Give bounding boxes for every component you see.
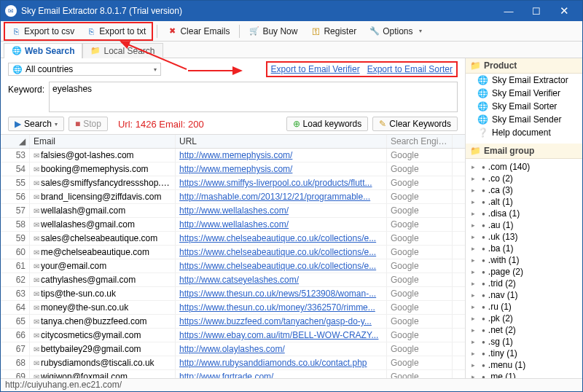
row-url[interactable]: https://www.buzzfeed.com/tanyachen/gasp-… [176, 315, 387, 328]
tree-item[interactable]: ▸●.with (1) [472, 254, 582, 266]
tree-item[interactable]: ▸●.co (2) [472, 173, 582, 184]
expand-icon[interactable]: ▸ [472, 280, 479, 287]
table-row[interactable]: 60 ✉me@chelseabeautique.com https://www.… [1, 246, 465, 259]
row-url[interactable]: http://www.wellalashes.com/ [176, 218, 387, 231]
row-url[interactable]: http://www.rubysanddiamonds.co.uk/contac… [176, 356, 387, 369]
expand-icon[interactable]: ▸ [472, 163, 479, 170]
tree-item[interactable]: ▸●.nav (1) [472, 289, 582, 301]
expand-icon[interactable]: ▸ [472, 245, 479, 252]
col-search-engine[interactable]: Search Engine ▴ [387, 135, 453, 148]
clear-keywords-button[interactable]: ✎ Clear Keywords [372, 117, 458, 131]
clear-emails-button[interactable]: ✖ Clear Emails [161, 23, 235, 39]
col-email[interactable]: Email [30, 135, 176, 148]
tree-item[interactable]: ▸●.com (140) [472, 161, 582, 173]
col-index[interactable]: ◢ [1, 135, 30, 148]
expand-icon[interactable]: ▸ [472, 315, 479, 322]
col-url[interactable]: URL [176, 135, 387, 148]
expand-icon[interactable]: ▸ [472, 326, 479, 334]
row-url[interactable]: http://mashable.com/2013/12/21/programma… [176, 190, 387, 203]
tree-item[interactable]: ▸●.trid (2) [472, 278, 582, 289]
tree-item[interactable]: ▸●.uk (13) [472, 231, 582, 243]
row-url[interactable]: http://www.wellalashes.com/ [176, 204, 387, 217]
expand-icon[interactable]: ▸ [472, 256, 479, 264]
keyword-input[interactable] [49, 82, 458, 112]
tree-item[interactable]: ▸●.sg (1) [472, 336, 582, 348]
export-verifier-link[interactable]: Export to Email Verifier [271, 64, 360, 74]
table-row[interactable]: 63 ✉tips@the-sun.co.uk https://www.thesu… [1, 287, 465, 301]
tab-local-search[interactable]: 📁 Local Search [82, 43, 163, 58]
expand-icon[interactable]: ▸ [472, 303, 479, 310]
product-item[interactable]: 🌐Sky Email Extractor [466, 74, 582, 87]
expand-icon[interactable]: ▸ [472, 210, 479, 217]
table-row[interactable]: 67 ✉bettybailey29@gmail.com http://www.o… [1, 342, 465, 356]
row-url[interactable]: https://www.ebay.com.au/itm/BELL-WOW-CRA… [176, 329, 387, 342]
expand-icon[interactable]: ▸ [472, 233, 479, 240]
minimize-button[interactable]: — [495, 2, 523, 20]
tree-item[interactable]: ▸●.ru (1) [472, 301, 582, 313]
email-group-tree[interactable]: ▸●.com (140)▸●.co (2)▸●.ca (3)▸●.alt (1)… [466, 159, 582, 378]
close-button[interactable]: ✕ [550, 2, 578, 20]
export-txt-button[interactable]: ⎘ Export to txt [80, 23, 152, 39]
export-csv-button[interactable]: ⎘ Export to csv [5, 23, 80, 39]
expand-icon[interactable]: ▸ [472, 187, 479, 194]
row-url[interactable]: http://www.catseyelashes.com/ [176, 273, 387, 286]
expand-icon[interactable]: ▸ [472, 175, 479, 182]
row-url[interactable]: https://www.thesun.co.uk/news/5123908/wo… [176, 287, 387, 300]
tree-item[interactable]: ▸●.ba (1) [472, 243, 582, 254]
row-url[interactable]: https://www.chelseabeautique.co.uk/colle… [176, 232, 387, 245]
table-row[interactable]: 53 ✉falsies@got-lashes.com http://www.me… [1, 149, 465, 162]
register-button[interactable]: ⚿ Register [305, 23, 362, 39]
expand-icon[interactable]: ▸ [472, 222, 479, 229]
tree-item[interactable]: ▸●.pk (2) [472, 313, 582, 324]
product-item[interactable]: 🌐Sky Email Verifier [466, 87, 582, 100]
row-url[interactable]: http://www.memephysis.com/ [176, 162, 387, 176]
expand-icon[interactable]: ▸ [472, 361, 479, 369]
tree-item[interactable]: ▸●.alt (1) [472, 196, 582, 208]
buy-now-button[interactable]: 🛒 Buy Now [243, 23, 303, 39]
table-row[interactable]: 65 ✉tanya.chen@buzzfeed.com https://www.… [1, 315, 465, 329]
tab-web-search[interactable]: 🌐 Web Search [4, 43, 82, 58]
product-item[interactable]: 🌐Sky Email Sorter [466, 100, 582, 113]
table-row[interactable]: 64 ✉money@the-sun.co.uk https://www.thes… [1, 301, 465, 315]
row-url[interactable]: https://www.thesun.co.uk/money/3362570/r… [176, 301, 387, 314]
search-button[interactable]: ▶ Search ▾ [8, 117, 64, 131]
table-row[interactable]: 62 ✉cathylashes@gmail.com http://www.cat… [1, 273, 465, 287]
row-url[interactable]: http://www.fqrtrade.com/ [176, 370, 387, 378]
table-row[interactable]: 59 ✉sales@chelseabeautique.com https://w… [1, 232, 465, 246]
expand-icon[interactable]: ▸ [472, 350, 479, 357]
options-button[interactable]: 🔧 Options ▾ [364, 23, 431, 39]
table-row[interactable]: 57 ✉wellalash@gmail.com http://www.wella… [1, 204, 465, 218]
tree-item[interactable]: ▸●.menu (1) [472, 359, 582, 371]
export-sorter-link[interactable]: Export to Email Sorter [367, 64, 453, 74]
table-row[interactable]: 54 ✉booking@memephysis.com http://www.me… [1, 162, 465, 176]
tree-item[interactable]: ▸●.au (1) [472, 219, 582, 231]
row-url[interactable]: http://www.memephysis.com/ [176, 149, 387, 162]
tree-item[interactable]: ▸●.page (2) [472, 266, 582, 278]
product-item[interactable]: ❔Help document [466, 126, 582, 139]
expand-icon[interactable]: ▸ [472, 373, 479, 378]
table-row[interactable]: 58 ✉wellalashes@gmail.com http://www.wel… [1, 218, 465, 232]
row-url[interactable]: https://www.chelseabeautique.co.uk/colle… [176, 246, 387, 259]
stop-button[interactable]: ■ Stop [69, 117, 108, 131]
tree-item[interactable]: ▸●.me (1) [472, 371, 582, 378]
tree-item[interactable]: ▸●.disa (1) [472, 208, 582, 219]
tree-item[interactable]: ▸●.ca (3) [472, 184, 582, 196]
table-row[interactable]: 68 ✉rubysdiamonds@tiscali.co.uk http://w… [1, 356, 465, 370]
product-item[interactable]: 🌐Sky Email Sender [466, 113, 582, 126]
expand-icon[interactable]: ▸ [472, 338, 479, 345]
table-row[interactable]: 55 ✉sales@smiffysfancydressshop.c... htt… [1, 176, 465, 190]
row-url[interactable]: https://www.chelseabeautique.co.uk/colle… [176, 259, 387, 273]
country-select[interactable]: 🌐 All countries ▾ [8, 63, 161, 76]
table-row[interactable]: 56 ✉brand_licensing@ziffdavis.com http:/… [1, 190, 465, 204]
load-keywords-button[interactable]: ⊕ Load keywords [286, 117, 369, 131]
expand-icon[interactable]: ▸ [472, 291, 479, 299]
table-row[interactable]: 69 ✉wiqiwon@foxmail.com http://www.fqrtr… [1, 370, 465, 378]
maximize-button[interactable]: ☐ [523, 2, 550, 20]
expand-icon[interactable]: ▸ [472, 198, 479, 205]
tree-item[interactable]: ▸●.net (2) [472, 324, 582, 336]
row-url[interactable]: https://www.smiffys-liverpool.co.uk/prod… [176, 176, 387, 189]
expand-icon[interactable]: ▸ [472, 268, 479, 275]
table-row[interactable]: 66 ✉citycosmetics@ymail.com https://www.… [1, 329, 465, 342]
table-row[interactable]: 61 ✉your@email.com https://www.chelseabe… [1, 259, 465, 273]
tree-item[interactable]: ▸●.tiny (1) [472, 348, 582, 359]
